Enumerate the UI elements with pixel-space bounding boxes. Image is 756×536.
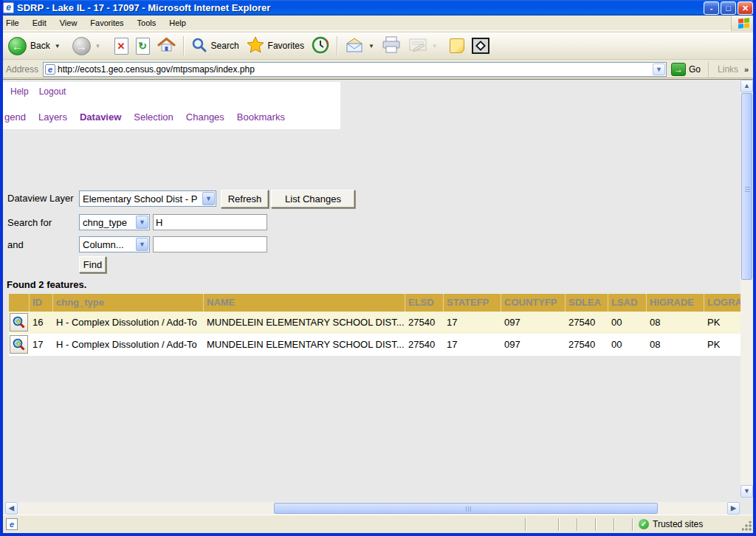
history-button[interactable]: [308, 34, 333, 58]
table-row: 16 H - Complex Dissolution / Add-To MUND…: [9, 312, 745, 334]
minimize-button[interactable]: -: [704, 1, 719, 15]
notes-addon-button[interactable]: [446, 36, 468, 55]
cell-elsd: 27540: [405, 312, 444, 334]
cell-id: 17: [30, 334, 53, 356]
zoom-to-feature-button[interactable]: [10, 335, 28, 354]
nav-bookmarks-link[interactable]: Bookmarks: [237, 111, 285, 123]
search-button[interactable]: Search: [188, 35, 243, 58]
cell-statefp: 17: [444, 334, 501, 356]
mail-button[interactable]: ▼: [341, 35, 378, 58]
refresh-icon: ↻: [136, 38, 150, 55]
find-button[interactable]: Find: [79, 256, 106, 273]
favorites-button[interactable]: Favorites: [243, 34, 308, 58]
home-icon: [157, 36, 176, 56]
sticky-note-icon: [450, 38, 464, 53]
forward-icon: →: [72, 37, 91, 55]
column-header-statefp: STATEFP: [444, 294, 501, 312]
site-nav-panel: Help Logout gend Layers Dataview Selecti…: [3, 82, 340, 129]
maximize-button[interactable]: □: [721, 1, 736, 15]
security-zone-label: Trusted sites: [653, 519, 703, 529]
menu-edit[interactable]: Edit: [32, 18, 47, 27]
cell-lograde: PK: [704, 334, 745, 356]
zoom-to-feature-button[interactable]: [10, 313, 28, 331]
nav-layers-link[interactable]: Layers: [38, 111, 67, 123]
dataview-layer-label: Dataview Layer: [7, 193, 74, 204]
resize-grip[interactable]: [742, 521, 752, 531]
menu-file[interactable]: File: [6, 18, 19, 27]
toolbar-separator: [337, 36, 337, 55]
standard-toolbar: ← Back ▼ → ▼ ✕ ↻ Search: [0, 32, 756, 60]
scroll-up-icon[interactable]: ▲: [740, 80, 753, 92]
list-changes-button[interactable]: List Changes: [271, 190, 355, 208]
back-icon: ←: [8, 37, 27, 55]
scroll-down-icon[interactable]: ▼: [740, 485, 753, 498]
search-value-input[interactable]: [153, 214, 267, 230]
close-button[interactable]: ✕: [738, 1, 753, 15]
title-bar: e SDRP - Lake IL - 17 - 17097 - Microsof…: [0, 0, 756, 16]
back-button[interactable]: ← Back ▼: [4, 35, 64, 58]
and-label: and: [7, 239, 24, 250]
search-column-select[interactable]: chng_type ▼: [79, 214, 150, 230]
cell-chng-type: H - Complex Dissolution / Add-To: [53, 312, 204, 334]
cell-countyfp: 097: [501, 334, 566, 356]
address-label: Address: [6, 64, 38, 75]
menu-favorites[interactable]: Favorites: [90, 18, 123, 27]
menu-view[interactable]: View: [60, 18, 78, 27]
links-overflow-icon[interactable]: »: [744, 65, 749, 74]
toolbar-separator: [183, 36, 184, 55]
address-dropdown-icon[interactable]: ▼: [653, 63, 665, 75]
help-link[interactable]: Help: [10, 86, 29, 97]
vertical-scroll-thumb[interactable]: [741, 93, 752, 280]
column-header-lsad: LSAD: [608, 294, 647, 312]
scroll-left-icon[interactable]: ◀: [5, 502, 18, 515]
magnifier-icon: [13, 338, 25, 351]
links-label[interactable]: Links: [718, 64, 738, 75]
go-button[interactable]: → Go: [671, 63, 701, 76]
cell-sdlea: 27540: [566, 312, 608, 334]
refresh-button[interactable]: ↻: [132, 35, 154, 57]
column-header-chng-type: chng_type: [53, 294, 204, 312]
status-pane: [614, 518, 632, 531]
cell-elsd: 27540: [405, 334, 444, 356]
forward-button[interactable]: → ▼: [69, 35, 105, 58]
and-column-arrow-icon[interactable]: ▼: [136, 238, 148, 251]
nav-changes-link[interactable]: Changes: [186, 111, 224, 123]
cell-name: MUNDELEIN ELEMENTARY SCHOOL DIST...: [204, 334, 405, 356]
column-header-countyfp: COUNTYFP: [501, 294, 566, 312]
stop-button[interactable]: ✕: [111, 35, 132, 57]
print-button[interactable]: [378, 34, 405, 58]
home-button[interactable]: [154, 34, 179, 58]
cell-higrade: 08: [647, 312, 704, 334]
cell-sdlea: 27540: [566, 334, 608, 356]
nav-selection-link[interactable]: Selection: [134, 111, 173, 123]
forward-dropdown-icon: ▼: [95, 43, 101, 49]
table-row: 17 H - Complex Dissolution / Add-To MUND…: [9, 334, 745, 356]
menu-help[interactable]: Help: [169, 18, 186, 27]
menu-tools[interactable]: Tools: [137, 18, 157, 27]
table-header-row: ID chng_type NAME ELSD STATEFP COUNTYFP …: [9, 294, 745, 312]
layer-select[interactable]: Elementary School Dist - P ▼: [79, 190, 216, 207]
mail-dropdown-icon[interactable]: ▼: [368, 43, 374, 49]
and-column-select[interactable]: Column... ▼: [79, 236, 150, 252]
horizontal-scrollbar[interactable]: ◀ ▶: [5, 502, 740, 515]
back-dropdown-icon[interactable]: ▼: [55, 43, 61, 49]
address-field[interactable]: e http://ecots1.geo.census.gov/mtpsmaps/…: [43, 62, 667, 77]
diamond-addon-button[interactable]: [468, 35, 493, 56]
address-url[interactable]: http://ecots1.geo.census.gov/mtpsmaps/in…: [58, 64, 653, 75]
menu-bar: File Edit View Favorites Tools Help: [0, 16, 756, 31]
status-pane: [525, 518, 558, 531]
scroll-right-icon[interactable]: ▶: [727, 502, 740, 515]
nav-legend-link[interactable]: gend: [4, 111, 26, 123]
favorites-star-icon: [247, 36, 264, 55]
layer-select-arrow-icon[interactable]: ▼: [202, 192, 215, 205]
nav-dataview-link[interactable]: Dataview: [80, 111, 121, 123]
logout-link[interactable]: Logout: [39, 86, 66, 97]
horizontal-scroll-thumb[interactable]: [274, 503, 658, 514]
column-header-elsd: ELSD: [405, 294, 444, 312]
vertical-scrollbar[interactable]: ▲ ▼: [740, 80, 753, 498]
column-header-name: NAME: [204, 294, 405, 312]
and-value-input[interactable]: [153, 236, 267, 252]
window-title: SDRP - Lake IL - 17 - 17097 - Microsoft …: [17, 2, 270, 13]
search-column-arrow-icon[interactable]: ▼: [136, 216, 148, 229]
refresh-layer-button[interactable]: Refresh: [221, 190, 269, 208]
